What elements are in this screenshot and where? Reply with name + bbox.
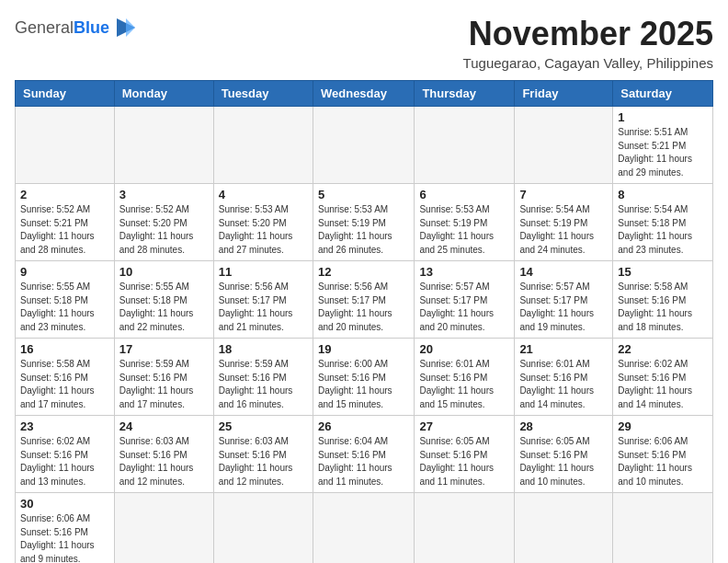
table-row: 26Sunrise: 6:04 AMSunset: 5:16 PMDayligh… <box>313 416 414 493</box>
table-row: 2Sunrise: 5:52 AMSunset: 5:21 PMDaylight… <box>16 184 115 261</box>
day-number: 16 <box>20 342 109 356</box>
table-row <box>515 107 613 184</box>
day-number: 10 <box>119 265 209 279</box>
day-info: Sunrise: 5:54 AMSunset: 5:19 PMDaylight:… <box>519 203 608 257</box>
day-number: 25 <box>219 419 308 433</box>
day-number: 3 <box>119 188 209 201</box>
day-number: 27 <box>419 419 509 433</box>
day-number: 14 <box>519 265 608 279</box>
day-info: Sunrise: 6:05 AMSunset: 5:16 PMDaylight:… <box>519 435 608 488</box>
table-row: 25Sunrise: 6:03 AMSunset: 5:16 PMDayligh… <box>213 416 313 493</box>
day-number: 21 <box>519 342 608 356</box>
table-row: 16Sunrise: 5:58 AMSunset: 5:16 PMDayligh… <box>16 339 115 416</box>
table-row: 20Sunrise: 6:01 AMSunset: 5:16 PMDayligh… <box>415 339 515 416</box>
day-info: Sunrise: 5:54 AMSunset: 5:18 PMDaylight:… <box>618 203 708 257</box>
day-number: 8 <box>618 188 708 201</box>
day-number: 7 <box>519 188 608 201</box>
day-number: 4 <box>219 188 308 201</box>
day-info: Sunrise: 6:01 AMSunset: 5:16 PMDaylight:… <box>419 358 509 411</box>
day-number: 1 <box>618 110 708 124</box>
header-saturday: Saturday <box>613 81 713 107</box>
table-row: 23Sunrise: 6:02 AMSunset: 5:16 PMDayligh… <box>16 416 115 493</box>
day-info: Sunrise: 6:03 AMSunset: 5:16 PMDaylight:… <box>219 435 308 488</box>
day-info: Sunrise: 6:06 AMSunset: 5:16 PMDaylight:… <box>618 435 708 488</box>
title-area: November 2025 Tuguegarao, Cagayan Valley… <box>463 15 713 71</box>
day-info: Sunrise: 5:56 AMSunset: 5:17 PMDaylight:… <box>318 281 409 334</box>
calendar-row: 23Sunrise: 6:02 AMSunset: 5:16 PMDayligh… <box>16 416 713 493</box>
table-row: 13Sunrise: 5:57 AMSunset: 5:17 PMDayligh… <box>415 261 515 339</box>
header-thursday: Thursday <box>415 81 515 107</box>
table-row: 9Sunrise: 5:55 AMSunset: 5:18 PMDaylight… <box>16 261 115 339</box>
day-number: 17 <box>119 342 209 356</box>
table-row: 3Sunrise: 5:52 AMSunset: 5:20 PMDaylight… <box>114 184 213 261</box>
day-number: 5 <box>318 188 409 201</box>
table-row: 12Sunrise: 5:56 AMSunset: 5:17 PMDayligh… <box>313 261 414 339</box>
weekday-header-row: Sunday Monday Tuesday Wednesday Thursday… <box>16 81 713 107</box>
day-number: 20 <box>419 342 509 356</box>
table-row: 28Sunrise: 6:05 AMSunset: 5:16 PMDayligh… <box>515 416 613 493</box>
day-info: Sunrise: 6:05 AMSunset: 5:16 PMDaylight:… <box>419 435 509 488</box>
day-number: 2 <box>20 188 109 201</box>
table-row: 6Sunrise: 5:53 AMSunset: 5:19 PMDaylight… <box>415 184 515 261</box>
day-number: 9 <box>20 265 109 279</box>
day-number: 13 <box>419 265 509 279</box>
calendar-row: 2Sunrise: 5:52 AMSunset: 5:21 PMDaylight… <box>16 184 713 261</box>
day-number: 22 <box>618 342 708 356</box>
table-row: 19Sunrise: 6:00 AMSunset: 5:16 PMDayligh… <box>313 339 414 416</box>
day-info: Sunrise: 5:58 AMSunset: 5:16 PMDaylight:… <box>618 281 708 334</box>
header-tuesday: Tuesday <box>213 81 313 107</box>
logo: General Blue <box>15 15 139 40</box>
day-info: Sunrise: 6:00 AMSunset: 5:16 PMDaylight:… <box>318 358 409 411</box>
table-row: 21Sunrise: 6:01 AMSunset: 5:16 PMDayligh… <box>515 339 613 416</box>
day-number: 26 <box>318 419 409 433</box>
day-number: 30 <box>20 497 109 511</box>
table-row: 18Sunrise: 5:59 AMSunset: 5:16 PMDayligh… <box>213 339 313 416</box>
calendar-table: Sunday Monday Tuesday Wednesday Thursday… <box>15 80 713 563</box>
day-info: Sunrise: 5:52 AMSunset: 5:20 PMDaylight:… <box>119 203 209 257</box>
day-number: 12 <box>318 265 409 279</box>
day-number: 19 <box>318 342 409 356</box>
day-info: Sunrise: 5:53 AMSunset: 5:19 PMDaylight:… <box>318 203 409 257</box>
calendar-row: 1Sunrise: 5:51 AMSunset: 5:21 PMDaylight… <box>16 107 713 184</box>
day-info: Sunrise: 5:59 AMSunset: 5:16 PMDaylight:… <box>119 358 209 411</box>
day-info: Sunrise: 5:51 AMSunset: 5:21 PMDaylight:… <box>618 126 708 179</box>
day-number: 11 <box>219 265 308 279</box>
table-row: 14Sunrise: 5:57 AMSunset: 5:17 PMDayligh… <box>515 261 613 339</box>
table-row <box>313 493 414 564</box>
day-number: 24 <box>119 419 209 433</box>
header-sunday: Sunday <box>16 81 115 107</box>
table-row <box>613 493 713 564</box>
day-info: Sunrise: 6:04 AMSunset: 5:16 PMDaylight:… <box>318 435 409 488</box>
page-header: General Blue November 2025 Tuguegarao, C… <box>15 15 713 71</box>
calendar-row: 9Sunrise: 5:55 AMSunset: 5:18 PMDaylight… <box>16 261 713 339</box>
logo-area: General Blue <box>15 15 139 40</box>
table-row <box>415 493 515 564</box>
table-row: 27Sunrise: 6:05 AMSunset: 5:16 PMDayligh… <box>415 416 515 493</box>
day-number: 29 <box>618 419 708 433</box>
day-info: Sunrise: 6:02 AMSunset: 5:16 PMDaylight:… <box>618 358 708 411</box>
day-number: 6 <box>419 188 509 201</box>
table-row <box>213 493 313 564</box>
table-row: 10Sunrise: 5:55 AMSunset: 5:18 PMDayligh… <box>114 261 213 339</box>
day-info: Sunrise: 5:53 AMSunset: 5:20 PMDaylight:… <box>219 203 308 257</box>
table-row: 22Sunrise: 6:02 AMSunset: 5:16 PMDayligh… <box>613 339 713 416</box>
day-number: 23 <box>20 419 109 433</box>
day-info: Sunrise: 5:53 AMSunset: 5:19 PMDaylight:… <box>419 203 509 257</box>
day-info: Sunrise: 5:52 AMSunset: 5:21 PMDaylight:… <box>20 203 109 257</box>
table-row: 4Sunrise: 5:53 AMSunset: 5:20 PMDaylight… <box>213 184 313 261</box>
table-row <box>515 493 613 564</box>
day-info: Sunrise: 6:01 AMSunset: 5:16 PMDaylight:… <box>519 358 608 411</box>
calendar-row: 30Sunrise: 6:06 AMSunset: 5:16 PMDayligh… <box>16 493 713 564</box>
day-info: Sunrise: 5:56 AMSunset: 5:17 PMDaylight:… <box>219 281 308 334</box>
svg-marker-1 <box>126 18 135 37</box>
table-row: 17Sunrise: 5:59 AMSunset: 5:16 PMDayligh… <box>114 339 213 416</box>
logo-general-text: General <box>15 18 74 38</box>
day-info: Sunrise: 5:58 AMSunset: 5:16 PMDaylight:… <box>20 358 109 411</box>
table-row: 5Sunrise: 5:53 AMSunset: 5:19 PMDaylight… <box>313 184 414 261</box>
table-row <box>114 107 213 184</box>
table-row: 8Sunrise: 5:54 AMSunset: 5:18 PMDaylight… <box>613 184 713 261</box>
table-row: 30Sunrise: 6:06 AMSunset: 5:16 PMDayligh… <box>16 493 115 564</box>
table-row <box>114 493 213 564</box>
day-number: 28 <box>519 419 608 433</box>
table-row: 11Sunrise: 5:56 AMSunset: 5:17 PMDayligh… <box>213 261 313 339</box>
